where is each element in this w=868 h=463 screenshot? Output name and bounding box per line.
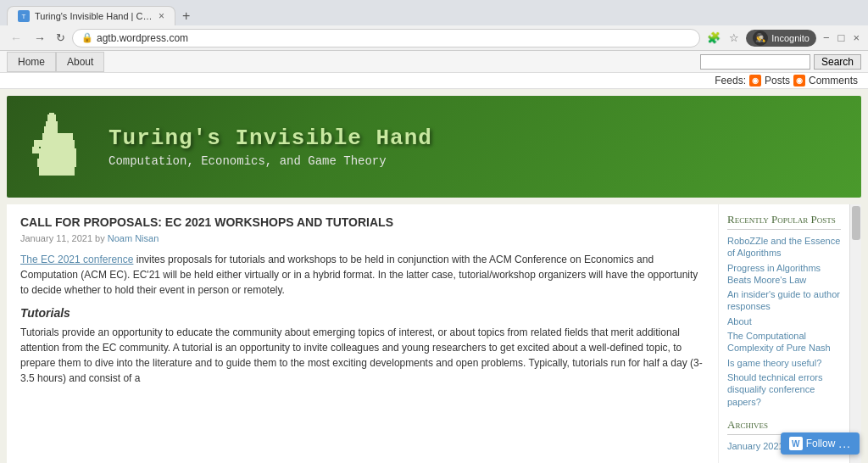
- toolbar-right: 🧩 ☆ 🕵 Incognito − □ ×: [705, 30, 861, 47]
- tab-close-button[interactable]: ×: [159, 10, 164, 22]
- incognito-icon: 🕵: [753, 31, 768, 46]
- follow-button[interactable]: W Follow ...: [781, 432, 860, 455]
- post-body-intro: The EC 2021 conference invites proposals…: [20, 252, 704, 298]
- scrollbar-thumb[interactable]: [852, 206, 860, 240]
- svg-rect-5: [39, 148, 76, 159]
- tab-title: Turing's Invisible Hand | Comput...: [35, 11, 153, 21]
- post-author-link[interactable]: Noam Nisan: [108, 233, 159, 243]
- page-wrapper: Home About Search Feeds: ◉ Posts ◉ Comme…: [0, 51, 868, 463]
- banner-text: Turing's Invisible Hand Computation, Eco…: [108, 126, 432, 168]
- incognito-label: Incognito: [771, 33, 810, 43]
- post-title: CALL FOR PROPOSALS: EC 2021 WORKSHOPS AN…: [20, 215, 704, 230]
- sidebar-link-0[interactable]: RoboZZle and the Essence of Algorithms: [727, 235, 841, 259]
- active-tab[interactable]: T Turing's Invisible Hand | Comput... ×: [7, 6, 175, 25]
- posts-feed-link[interactable]: Posts: [765, 75, 790, 86]
- search-input[interactable]: [700, 54, 810, 70]
- sidebar-popular-title: Recently Popular Posts: [727, 213, 841, 230]
- feeds-label: Feeds:: [715, 75, 746, 86]
- post-meta: January 11, 2021 by Noam Nisan: [20, 233, 704, 243]
- sidebar-link-2[interactable]: An insider's guide to author responses: [727, 288, 841, 313]
- svg-rect-10: [47, 113, 49, 114]
- svg-rect-12: [46, 120, 47, 121]
- sidebar-link-3[interactable]: About: [727, 315, 841, 327]
- svg-rect-3: [42, 133, 73, 140]
- banner-title: Turing's Invisible Hand: [108, 126, 432, 151]
- follow-more-icon[interactable]: ...: [838, 437, 851, 450]
- wordpress-icon: W: [789, 437, 803, 450]
- minimize-button[interactable]: −: [821, 31, 832, 44]
- sidebar-link-5[interactable]: Is game theory useful?: [727, 357, 841, 369]
- main-content: CALL FOR PROPOSALS: EC 2021 WORKSHOPS AN…: [7, 204, 718, 463]
- comments-feed-icon: ◉: [793, 75, 805, 86]
- svg-rect-4: [41, 140, 75, 148]
- ec2021-link[interactable]: The EC 2021 conference: [20, 254, 133, 265]
- post-section-tutorials: Tutorials: [20, 306, 704, 320]
- sidebar-link-6[interactable]: Should technical errors disqualify confe…: [727, 371, 841, 408]
- tab-favicon: T: [18, 10, 30, 22]
- search-button[interactable]: Search: [814, 54, 861, 70]
- new-tab-button[interactable]: +: [175, 8, 197, 24]
- scrollbar[interactable]: [849, 204, 861, 463]
- svg-rect-1: [46, 120, 58, 126]
- svg-rect-7: [39, 167, 75, 176]
- comments-feed-link[interactable]: Comments: [809, 75, 858, 86]
- extensions-button[interactable]: 🧩: [705, 31, 722, 44]
- restore-button[interactable]: □: [837, 31, 847, 44]
- svg-rect-8: [34, 140, 41, 147]
- svg-rect-9: [32, 147, 39, 153]
- banner-subtitle: Computation, Economics, and Game Theory: [108, 154, 432, 168]
- reload-button[interactable]: ↻: [54, 31, 67, 44]
- svg-rect-6: [37, 159, 76, 167]
- incognito-badge: 🕵 Incognito: [746, 30, 816, 47]
- search-area: Search: [700, 54, 865, 70]
- browser-chrome: T Turing's Invisible Hand | Comput... × …: [0, 0, 868, 51]
- sidebar-link-4[interactable]: The Computational Complexity of Pure Nas…: [727, 330, 841, 354]
- follow-label: Follow: [806, 438, 836, 449]
- bookmark-button[interactable]: ☆: [727, 31, 741, 44]
- main-columns: CALL FOR PROPOSALS: EC 2021 WORKSHOPS AN…: [7, 204, 861, 463]
- forward-button[interactable]: →: [31, 31, 49, 45]
- feeds-bar: Feeds: ◉ Posts ◉ Comments: [0, 73, 868, 89]
- lock-icon: 🔒: [81, 32, 93, 43]
- close-window-button[interactable]: ×: [851, 31, 861, 44]
- wordpress-nav-bar: Home About Search: [0, 51, 868, 73]
- back-button[interactable]: ←: [7, 31, 25, 45]
- site-banner: Turing's Invisible Hand Computation, Eco…: [7, 96, 861, 198]
- url-text: agtb.wordpress.com: [97, 32, 691, 44]
- banner-hand-icon: [24, 109, 92, 185]
- sidebar-link-1[interactable]: Progress in Algorithms Beats Moore's Law: [727, 262, 841, 287]
- posts-feed-icon: ◉: [749, 75, 761, 86]
- post-body-tutorials: Tutorials provide an opportunity to educ…: [20, 325, 704, 386]
- address-bar[interactable]: 🔒 agtb.wordpress.com: [72, 29, 700, 47]
- nav-about[interactable]: About: [56, 52, 104, 72]
- tab-bar: T Turing's Invisible Hand | Comput... × …: [0, 0, 868, 25]
- svg-rect-13: [56, 120, 58, 121]
- browser-toolbar: ← → ↻ 🔒 agtb.wordpress.com 🧩 ☆ 🕵 Incogni…: [0, 25, 868, 51]
- sidebar: Recently Popular Posts RoboZZle and the …: [718, 204, 849, 463]
- svg-rect-11: [54, 113, 56, 114]
- nav-home[interactable]: Home: [7, 52, 56, 72]
- svg-rect-2: [44, 126, 58, 133]
